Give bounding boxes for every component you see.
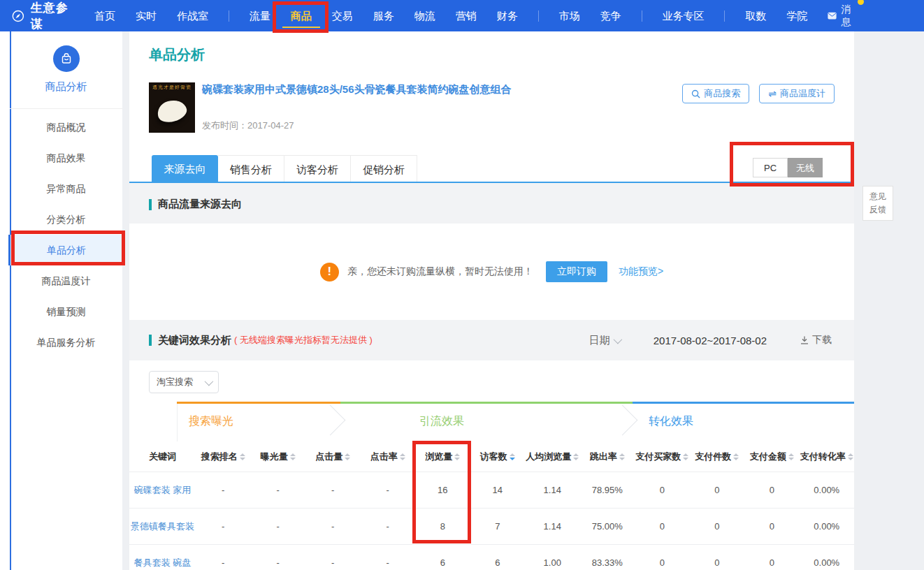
nav-item-competition[interactable]: 竞争: [600, 0, 621, 31]
exclamation-icon: !: [320, 263, 339, 282]
nav-item-trade[interactable]: 交易: [332, 0, 353, 31]
col-pay-conversion[interactable]: 支付转化率: [800, 451, 855, 463]
swap-icon: ⇌: [768, 89, 777, 98]
nav-item-warroom[interactable]: 作战室: [177, 0, 208, 31]
order-now-button[interactable]: 立即订购: [546, 261, 607, 282]
cell: 0.00%: [800, 521, 855, 532]
nav-item-product[interactable]: 商品: [291, 0, 312, 31]
cell: -: [305, 485, 361, 495]
col-pay-buyers[interactable]: 支付买家数: [635, 451, 690, 463]
cell: 0: [690, 521, 745, 532]
keyword-link[interactable]: 碗碟套装 家用: [129, 484, 196, 497]
col-pay-amount[interactable]: 支付金额: [744, 451, 800, 463]
sidebar-item-category-analysis[interactable]: 分类分析: [10, 204, 122, 235]
brand-name: 生意参谋: [31, 0, 72, 32]
cell: 78.95%: [580, 485, 635, 495]
col-clicks[interactable]: 点击量: [305, 451, 361, 463]
col-pageviews[interactable]: 浏览量: [415, 451, 470, 463]
nav-item-traffic[interactable]: 流量: [250, 0, 270, 31]
nav-item-home[interactable]: 首页: [94, 0, 115, 31]
nav-item-realtime[interactable]: 实时: [136, 0, 157, 31]
product-summary: 透光才是好骨瓷 碗碟套装家用中式景德镇28头/56头骨瓷餐具套装简约碗盘创意组合…: [149, 82, 677, 133]
date-dropdown[interactable]: 日期: [589, 334, 620, 347]
cell: 6: [470, 557, 526, 568]
product-thumbnail[interactable]: 透光才是好骨瓷: [149, 82, 195, 133]
sidebar-item-product-thermometer[interactable]: 商品温度计: [10, 265, 122, 296]
product-thermometer-button[interactable]: ⇌ 商品温度计: [759, 84, 835, 103]
col-ctr[interactable]: 点击率: [361, 451, 416, 463]
nav-divider: [229, 10, 229, 22]
cell-pageviews: 16: [415, 485, 470, 495]
product-title-link[interactable]: 碗碟套装家用中式景德镇28头/56头骨瓷餐具套装简约碗盘创意组合: [202, 82, 677, 96]
sidebar-item-product-overview[interactable]: 商品概况: [10, 112, 122, 142]
feedback-button[interactable]: 意见 反馈: [862, 186, 893, 221]
sort-icon: [733, 453, 739, 460]
nav-item-logistics[interactable]: 物流: [414, 0, 435, 31]
sidebar-item-item-service-analysis[interactable]: 单品服务分析: [10, 327, 122, 358]
col-visitors[interactable]: 访客数: [470, 451, 526, 463]
keyword-section-note: ( 无线端搜索曝光指标暂无法提供 ): [234, 334, 373, 346]
sort-icon: [619, 453, 625, 460]
message-button[interactable]: 消息: [828, 3, 857, 29]
keyword-link[interactable]: 景德镇餐具套装: [129, 520, 196, 533]
tab-promotion-analysis[interactable]: 促销分析: [351, 155, 417, 182]
section-bullet: [149, 335, 152, 346]
nav-item-data-fetch[interactable]: 取数: [745, 0, 766, 31]
sort-icon: [683, 453, 688, 460]
sidebar-header: 商品分析: [10, 31, 122, 109]
thumbnail-caption: 透光才是好骨瓷: [149, 82, 195, 91]
col-search-rank[interactable]: 搜索排名: [196, 451, 251, 463]
nav-item-finance[interactable]: 财务: [497, 0, 518, 31]
nav-item-academy[interactable]: 学院: [786, 0, 807, 31]
cell: 83.33%: [580, 557, 635, 568]
cell: -: [305, 521, 361, 532]
cell: 0: [635, 557, 690, 568]
cell: -: [361, 521, 416, 532]
group-label-traffic-effect: 引流效果: [419, 414, 464, 429]
section-bullet: [149, 199, 152, 210]
toggle-wireless[interactable]: 无线: [788, 158, 823, 177]
group-border-search-exposure: [177, 402, 340, 404]
nav-item-business-zone[interactable]: 业务专区: [662, 0, 704, 31]
col-bounce-rate[interactable]: 跳出率: [580, 451, 635, 463]
cell: 0: [690, 557, 745, 568]
cell: -: [251, 485, 306, 495]
sidebar-item-item-analysis[interactable]: 单品分析: [8, 235, 122, 265]
cell: 0: [744, 557, 800, 568]
nav-item-service[interactable]: 服务: [373, 0, 394, 31]
tab-visitor-analysis[interactable]: 访客分析: [284, 155, 351, 182]
sidebar-item-abnormal-products[interactable]: 异常商品: [10, 173, 122, 204]
product-search-button[interactable]: 商品搜索: [682, 84, 749, 103]
download-button[interactable]: 下载: [800, 334, 832, 346]
cell: -: [251, 521, 306, 532]
toggle-pc[interactable]: PC: [753, 158, 788, 177]
col-pay-items[interactable]: 支付件数: [690, 451, 745, 463]
keyword-link[interactable]: 餐具套装 碗盘: [129, 557, 196, 569]
col-impressions[interactable]: 曝光量: [251, 451, 306, 463]
col-avg-pageviews[interactable]: 人均浏览量: [525, 451, 580, 463]
main-content: 单品分析 透光才是好骨瓷 碗碟套装家用中式景德镇28头/56头骨瓷餐具套装简约碗…: [129, 31, 854, 570]
sycm-logo-icon: [11, 8, 25, 24]
table-group-header: 搜索曝光 引流效果 转化效果: [129, 402, 854, 441]
cell: 0: [744, 521, 800, 532]
cell: 0: [690, 485, 745, 495]
brand[interactable]: 生意参谋: [11, 0, 72, 32]
cell: -: [361, 557, 416, 568]
sidebar-item-sales-forecast[interactable]: 销量预测: [10, 296, 122, 327]
pc-wireless-toggle: PC 无线: [753, 158, 823, 177]
feature-preview-link[interactable]: 功能预览>: [619, 265, 663, 278]
group-label-search-exposure: 搜索曝光: [189, 414, 233, 429]
tab-source-destination[interactable]: 来源去向: [152, 155, 218, 182]
date-range-value[interactable]: 2017-08-02~2017-08-02: [654, 335, 767, 346]
tab-sales-analysis[interactable]: 销售分析: [218, 155, 284, 182]
cell-pageviews: 8: [415, 521, 470, 532]
nav-item-marketing[interactable]: 营销: [456, 0, 477, 31]
search-channel-value: 淘宝搜索: [157, 376, 193, 388]
message-label: 消息: [841, 3, 857, 29]
sidebar-item-product-effect[interactable]: 商品效果: [10, 142, 122, 173]
cell: 0: [635, 521, 690, 532]
nav-item-market[interactable]: 市场: [559, 0, 580, 31]
cell: 0: [744, 485, 800, 495]
group-divider-line: [177, 404, 178, 441]
search-channel-dropdown[interactable]: 淘宝搜索: [149, 371, 219, 393]
